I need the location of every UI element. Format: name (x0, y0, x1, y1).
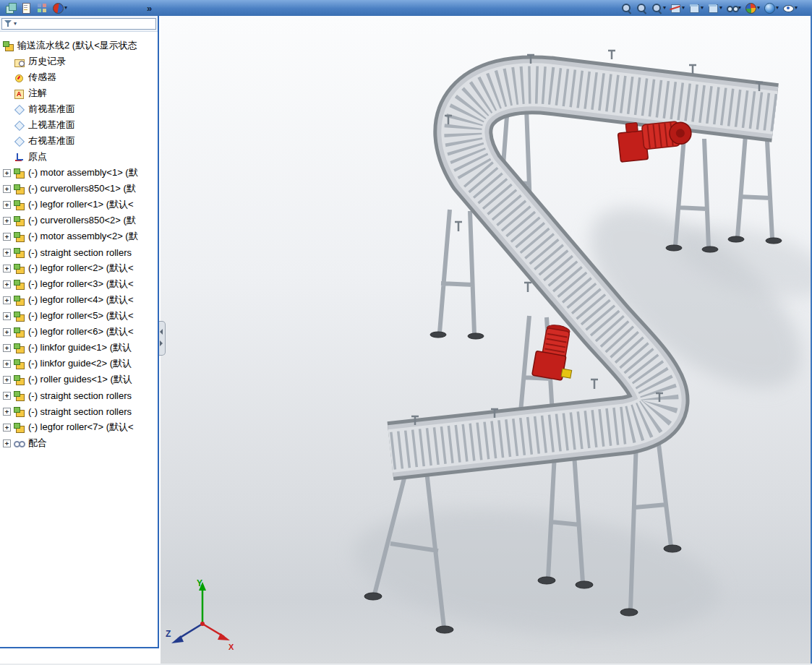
tree-item[interactable]: +配合 (0, 435, 158, 451)
expand-icon[interactable]: + (3, 185, 11, 193)
previous-view-button[interactable]: ▾ (649, 1, 667, 15)
zoom-area-button[interactable] (634, 1, 649, 15)
section-view-button[interactable]: ▾ (668, 1, 686, 15)
tree-item-label: (-) legfor roller<7> (默认< (28, 421, 134, 434)
file-open-icon (20, 2, 32, 14)
zoom-fit-button[interactable] (619, 1, 633, 15)
tree-item-label: 右视基准面 (28, 134, 75, 147)
view-settings-button[interactable]: ▾ (781, 1, 799, 15)
dropdown-arrow-icon[interactable]: ▾ (682, 5, 685, 11)
expand-icon[interactable]: + (3, 360, 11, 368)
display-style-button[interactable]: ▾ (706, 1, 724, 15)
tree-item-label: 原点 (28, 150, 47, 163)
expand-icon[interactable]: + (3, 201, 11, 209)
file-open-button[interactable] (19, 1, 33, 15)
tree-item[interactable]: +(-) straight section rollers (0, 244, 158, 260)
dropdown-arrow-icon[interactable]: ▾ (757, 5, 760, 11)
dropdown-arrow-icon[interactable]: ▾ (701, 5, 704, 11)
graphics-area[interactable]: Y Z X (161, 16, 812, 665)
sensors-icon (14, 72, 25, 83)
tree-item[interactable]: 传感器 (0, 69, 158, 85)
expand-icon[interactable]: + (3, 376, 11, 384)
expand-icon[interactable]: + (3, 392, 11, 400)
component-icon (14, 247, 25, 258)
section-view-icon (670, 2, 681, 14)
status-bar-area (0, 648, 161, 665)
tree-item[interactable]: +(-) legfor roller<5> (默认< (0, 308, 158, 324)
expand-icon[interactable]: + (3, 296, 11, 304)
expand-icon[interactable]: + (3, 280, 11, 288)
tree-item-label: (-) motor assembly<1> (默 (28, 166, 138, 179)
tree-item-label: (-) legfor roller<3> (默认< (28, 278, 134, 291)
tree-item[interactable]: +(-) linkfor guide<2> (默认 (0, 356, 158, 372)
expand-icon[interactable]: + (3, 408, 11, 416)
expand-icon[interactable]: + (3, 424, 11, 432)
tree-item[interactable]: +(-) roller guides<1> (默认 (0, 372, 158, 387)
component-icon (14, 359, 25, 369)
dropdown-arrow-icon[interactable]: ▾ (64, 5, 67, 11)
tree-item[interactable]: +(-) legfor roller<6> (默认< (0, 324, 158, 340)
tree-item[interactable]: +(-) curverollers850<2> (默 (0, 213, 158, 228)
tree-item[interactable]: +(-) curverollers850<1> (默 (0, 181, 158, 197)
tree-item[interactable]: +(-) legfor roller<4> (默认< (0, 292, 158, 308)
tree-item[interactable]: +(-) legfor roller<2> (默认< (0, 260, 158, 276)
expand-icon[interactable]: + (3, 312, 11, 320)
expand-icon[interactable]: + (3, 439, 11, 447)
edit-appearance-button[interactable]: ▾ (743, 1, 761, 15)
filter-dropdown-arrow-icon[interactable]: ▾ (14, 21, 17, 27)
motor-2[interactable] (532, 322, 579, 382)
tree-item[interactable]: +(-) legfor roller<1> (默认< (0, 197, 158, 213)
tree-item-label: (-) motor assembly<2> (默 (28, 230, 138, 243)
standard-toolbar-group: ▾ (3, 1, 69, 15)
expand-icon[interactable]: + (3, 328, 11, 336)
expand-icon[interactable]: + (3, 217, 11, 225)
window-layout-button[interactable] (35, 1, 49, 15)
view-settings-icon (782, 2, 794, 14)
tree-item[interactable]: 前视基准面 (0, 101, 158, 117)
edit-appearance-icon (745, 2, 756, 14)
x-axis-label: X (228, 643, 234, 651)
file-new-icon (4, 2, 16, 14)
plane-icon (14, 120, 25, 131)
solidworks-resources-button[interactable]: ▾ (51, 1, 69, 15)
tree-item[interactable]: 历史记录 (0, 53, 158, 69)
tree-item[interactable]: 上视基准面 (0, 117, 158, 133)
expand-icon[interactable]: + (3, 169, 11, 177)
tree-item[interactable]: +(-) linkfor guide<1> (默认 (0, 340, 158, 356)
tree-item-label: (-) curverollers850<2> (默 (28, 214, 136, 227)
file-new-button[interactable] (3, 1, 17, 15)
expand-icon[interactable]: + (3, 249, 11, 257)
conveyor-3d-model[interactable] (161, 16, 812, 665)
tree-item-label: (-) legfor roller<6> (默认< (28, 325, 134, 338)
tree-item[interactable]: +(-) legfor roller<7> (默认< (0, 419, 158, 435)
tree-item[interactable]: +(-) straight section rollers (0, 403, 158, 419)
component-icon (14, 263, 25, 274)
panel-splitter[interactable] (159, 321, 166, 356)
component-icon (14, 343, 25, 353)
tree-item[interactable]: +(-) motor assembly<2> (默 (0, 228, 158, 244)
dropdown-arrow-icon[interactable]: ▾ (795, 5, 798, 11)
dropdown-arrow-icon[interactable]: ▾ (719, 5, 722, 11)
dropdown-arrow-icon[interactable]: ▾ (776, 5, 779, 11)
tree-item[interactable]: +(-) straight section rollers (0, 387, 158, 403)
tree-item[interactable]: 右视基准面 (0, 133, 158, 149)
tree-item[interactable]: +(-) legfor roller<3> (默认< (0, 276, 158, 292)
apply-scene-button[interactable]: ▾ (762, 1, 780, 15)
tree-item-label: (-) legfor roller<4> (默认< (28, 293, 134, 306)
component-icon (14, 231, 25, 242)
view-orientation-button[interactable]: ▾ (687, 1, 705, 15)
toolbar-overflow-chevron[interactable]: » (144, 3, 155, 14)
expand-icon[interactable]: + (3, 344, 11, 352)
tree-item[interactable]: 原点 (0, 149, 158, 165)
tree-filter-box[interactable]: ▾ (1, 18, 156, 30)
dropdown-arrow-icon[interactable]: ▾ (663, 5, 666, 11)
tree-item[interactable]: +(-) motor assembly<1> (默 (0, 165, 158, 181)
expand-icon[interactable]: + (3, 233, 11, 241)
history-icon (14, 56, 25, 67)
tree-item-label: (-) legfor roller<1> (默认< (28, 198, 134, 211)
tree-root-item[interactable]: 输送流水线2 (默认<显示状态 (0, 38, 158, 53)
origin-icon (14, 152, 25, 163)
expand-icon[interactable]: + (3, 265, 11, 273)
tree-item[interactable]: 注解 (0, 85, 158, 101)
hide-show-items-button[interactable]: ▾ (725, 1, 743, 15)
